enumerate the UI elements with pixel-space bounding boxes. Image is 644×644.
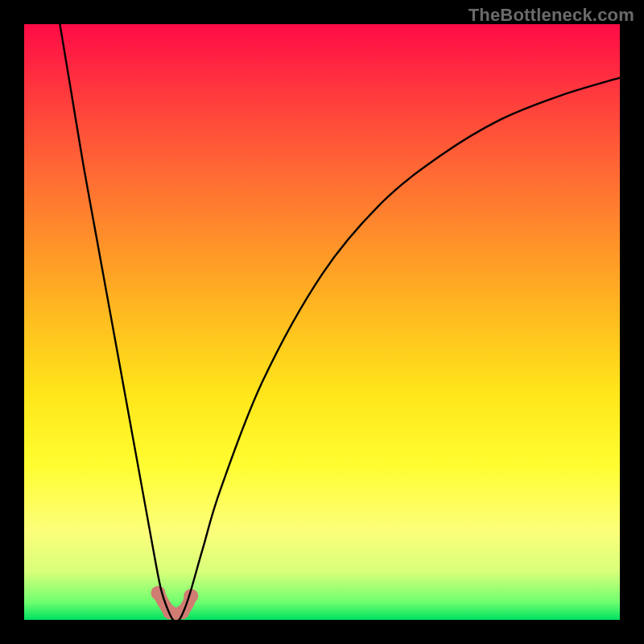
bottleneck-curve [60,24,620,621]
plot-area [24,24,620,620]
svg-point-2 [175,605,189,619]
chart-svg [24,24,620,620]
chart-frame: TheBottleneck.com [0,0,644,644]
watermark-text: TheBottleneck.com [469,5,634,26]
